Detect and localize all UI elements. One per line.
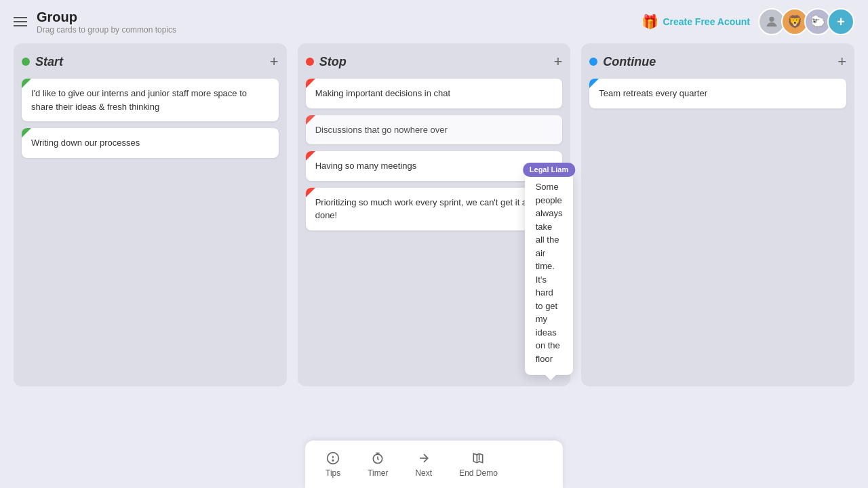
column-stop-title: Stop bbox=[306, 55, 347, 69]
avatars-group: 🦁 🐑 + bbox=[758, 8, 854, 35]
stop-card-2[interactable]: Discussions that go nowhere over bbox=[306, 115, 563, 145]
tooltip-text: Some people always take all the air time… bbox=[536, 182, 563, 364]
start-dot bbox=[22, 58, 30, 66]
next-button[interactable]: Next bbox=[415, 451, 432, 478]
start-card-2[interactable]: Writing down our processes bbox=[22, 128, 279, 158]
svg-point-0 bbox=[769, 17, 774, 22]
tooltip: Legal Liam Some people always take all t… bbox=[525, 171, 574, 375]
continue-card-1[interactable]: Team retreats every quarter bbox=[589, 79, 846, 108]
gift-icon: 🎁 bbox=[642, 14, 658, 30]
stop-card-1[interactable]: Making important decisions in chat bbox=[306, 79, 563, 108]
continue-add-button[interactable]: + bbox=[837, 54, 846, 69]
tooltip-container: Legal Liam Some people always take all t… bbox=[525, 171, 574, 375]
page-title: Group bbox=[37, 9, 176, 25]
card-corner-green-2 bbox=[22, 128, 31, 138]
card-corner-red-1 bbox=[306, 79, 315, 88]
card-corner-red-4 bbox=[306, 188, 315, 197]
hamburger-icon[interactable] bbox=[14, 17, 27, 26]
create-account-label: Create Free Acount bbox=[663, 16, 750, 27]
header-right: 🎁 Create Free Acount 🦁 🐑 + bbox=[642, 8, 854, 35]
column-stop: Stop + Making important decisions in cha… bbox=[298, 43, 571, 386]
timer-button[interactable]: Timer bbox=[368, 451, 388, 478]
card-corner-blue-1 bbox=[589, 79, 599, 88]
page-subtitle: Drag cards to group by common topics bbox=[37, 25, 176, 35]
tooltip-badge: Legal Liam bbox=[523, 163, 575, 177]
create-account-button[interactable]: 🎁 Create Free Acount bbox=[642, 14, 750, 30]
column-start-header: Start + bbox=[22, 54, 279, 69]
stop-add-button[interactable]: + bbox=[553, 54, 562, 69]
tips-icon bbox=[326, 451, 340, 467]
continue-dot bbox=[589, 58, 597, 66]
end-demo-icon bbox=[471, 451, 485, 467]
column-continue-title: Continue bbox=[589, 55, 656, 69]
avatar-add[interactable]: + bbox=[827, 8, 854, 35]
column-continue: Continue + Team retreats every quarter bbox=[581, 43, 854, 386]
end-demo-button[interactable]: End Demo bbox=[459, 451, 498, 478]
column-start: Start + I'd like to give our interns and… bbox=[14, 43, 287, 386]
bottom-bar: Tips Timer Next End Demo bbox=[305, 441, 563, 488]
board: Start + I'd like to give our interns and… bbox=[0, 43, 868, 441]
card-corner-red-2 bbox=[306, 115, 315, 125]
card-corner-green bbox=[22, 79, 31, 88]
timer-icon bbox=[371, 451, 384, 467]
header: Group Drag cards to group by common topi… bbox=[0, 0, 868, 43]
column-start-title: Start bbox=[22, 55, 63, 69]
start-card-1[interactable]: I'd like to give our interns and junior … bbox=[22, 79, 279, 121]
svg-point-3 bbox=[332, 460, 334, 461]
column-stop-header: Stop + bbox=[306, 54, 563, 69]
start-add-button[interactable]: + bbox=[270, 54, 279, 69]
tips-button[interactable]: Tips bbox=[326, 451, 340, 478]
title-block: Group Drag cards to group by common topi… bbox=[37, 9, 176, 35]
stop-dot bbox=[306, 58, 314, 66]
card-corner-red-3 bbox=[306, 151, 315, 161]
next-icon bbox=[417, 451, 431, 467]
column-continue-header: Continue + bbox=[589, 54, 846, 69]
stop-card-4[interactable]: Prioritizing so much work every sprint, … bbox=[306, 188, 563, 230]
